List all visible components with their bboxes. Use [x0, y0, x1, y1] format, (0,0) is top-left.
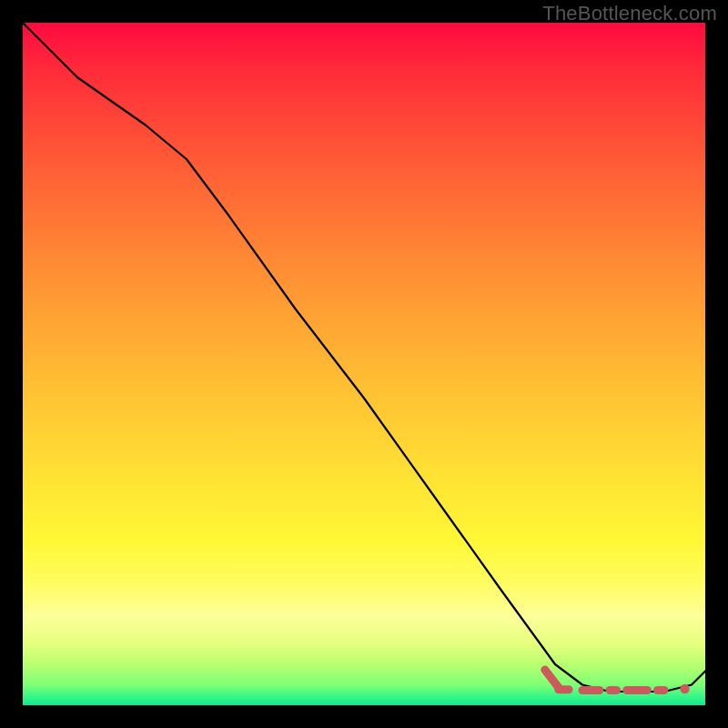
svg-point-0 [680, 684, 689, 693]
chart-stage: TheBottleneck.com [0, 0, 728, 728]
series-curve [23, 23, 705, 692]
plot-overlay [23, 23, 705, 705]
